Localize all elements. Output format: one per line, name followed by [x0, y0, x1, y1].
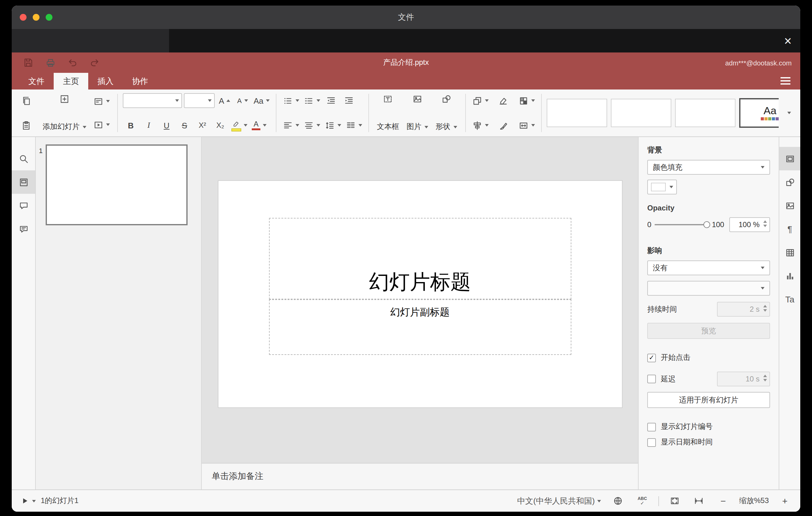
shape-settings-button[interactable] — [779, 170, 800, 194]
slides-panel-button[interactable] — [12, 170, 35, 194]
insert-image-button[interactable]: 图片 — [404, 93, 431, 133]
zoom-out-button[interactable]: − — [715, 493, 731, 508]
underline-button[interactable]: U — [158, 118, 175, 133]
copy-button[interactable] — [18, 93, 34, 108]
italic-button[interactable]: I — [141, 118, 157, 133]
superscript-button[interactable]: X² — [194, 118, 210, 133]
theme-tile[interactable] — [547, 99, 607, 127]
image-settings-button[interactable] — [779, 194, 800, 217]
font-name-combo[interactable] — [123, 93, 182, 108]
bullets-button[interactable] — [281, 93, 300, 108]
change-case-button[interactable]: Aa — [252, 93, 271, 108]
theme-gallery-expand-button[interactable] — [782, 92, 795, 134]
tab-home[interactable]: 主页 — [54, 73, 88, 89]
set-language-button[interactable] — [610, 493, 626, 508]
start-slideshow-button[interactable] — [92, 117, 111, 132]
delay-checkbox[interactable] — [647, 375, 656, 383]
increase-indent-button[interactable] — [341, 93, 357, 108]
font-color-button[interactable]: A — [251, 118, 268, 133]
background-fill-select[interactable]: 颜色填充 — [647, 160, 770, 175]
theme-tile[interactable] — [675, 99, 735, 127]
slide-canvas[interactable]: 幻灯片标题 幻灯片副标题 — [202, 137, 638, 463]
clipboard-group — [17, 92, 35, 134]
start-slideshow-status-button[interactable] — [19, 493, 37, 508]
preview-button[interactable]: 预览 — [647, 323, 770, 339]
duration-input[interactable]: 2 s — [717, 302, 770, 317]
opacity-slider[interactable] — [654, 224, 709, 225]
show-slide-number-checkbox[interactable] — [647, 423, 656, 431]
strikethrough-button[interactable]: S — [176, 118, 193, 133]
delay-spinner[interactable] — [763, 375, 767, 381]
zoom-out-icon: − — [719, 496, 727, 506]
minimize-traffic-light[interactable] — [33, 14, 39, 21]
zoom-in-button[interactable]: + — [777, 493, 793, 508]
title-placeholder[interactable]: 幻灯片标题 — [269, 218, 571, 299]
align-shape-button[interactable] — [471, 118, 490, 133]
redo-button[interactable] — [87, 55, 102, 70]
subtitle-placeholder[interactable]: 幻灯片副标题 — [269, 299, 571, 355]
tab-collaboration[interactable]: 协作 — [123, 73, 157, 89]
slide-size-button[interactable] — [517, 118, 536, 133]
textart-settings-button[interactable]: Ta — [779, 288, 800, 311]
print-button[interactable] — [42, 55, 57, 70]
paste-button[interactable] — [18, 118, 34, 133]
add-slide-button[interactable]: 添加幻灯片 — [39, 93, 89, 133]
duration-spinner[interactable] — [763, 305, 767, 312]
status-bar: 1的幻灯片1 中文(中华人民共和国) ABC ✓ − — [12, 489, 800, 512]
zoom-level[interactable]: 缩放%53 — [739, 496, 769, 506]
delay-input[interactable]: 10 s — [717, 372, 770, 386]
notes-area[interactable]: 单击添加备注 — [202, 463, 638, 489]
language-button[interactable]: 中文(中华人民共和国) — [516, 493, 602, 508]
clear-style-button[interactable] — [495, 93, 512, 108]
copy-style-button[interactable] — [495, 118, 512, 133]
arrange-shape-button[interactable] — [471, 93, 490, 108]
effect-type-select[interactable] — [647, 281, 770, 296]
paragraph-settings-button[interactable]: ¶ — [779, 217, 800, 241]
horizontal-align-button[interactable] — [281, 118, 300, 133]
slide-layout-button[interactable] — [92, 94, 111, 109]
apply-to-all-button[interactable]: 适用于所有幻灯片 — [647, 392, 770, 408]
highlight-color-button[interactable] — [230, 118, 249, 133]
increase-font-button[interactable]: A — [216, 93, 233, 108]
bold-button[interactable]: B — [123, 118, 139, 133]
chart-settings-button[interactable] — [779, 264, 800, 288]
close-icon[interactable]: × — [784, 34, 792, 47]
fit-slide-button[interactable] — [667, 493, 683, 508]
insert-shape-button[interactable]: 形状 — [433, 93, 460, 133]
table-settings-button[interactable] — [779, 241, 800, 264]
save-button[interactable] — [20, 55, 35, 70]
insert-textbox-button[interactable]: 文本框 — [374, 93, 402, 133]
fullscreen-traffic-light[interactable] — [46, 14, 53, 21]
show-date-time-checkbox[interactable] — [647, 438, 656, 447]
background-color-select[interactable] — [647, 180, 677, 194]
effect-select[interactable]: 没有 — [647, 260, 770, 275]
subscript-button[interactable]: X₂ — [212, 118, 228, 133]
spellcheck-button[interactable]: ABC ✓ — [634, 493, 650, 508]
opacity-spinner[interactable] — [763, 220, 767, 227]
opacity-input[interactable]: 100 % — [729, 217, 770, 232]
decrease-indent-button[interactable] — [323, 93, 339, 108]
slide-thumbnail[interactable] — [46, 144, 187, 225]
line-spacing-button[interactable] — [323, 118, 343, 133]
numbering-button[interactable] — [302, 93, 321, 108]
search-button[interactable] — [12, 147, 35, 170]
start-on-click-checkbox[interactable]: ✓ — [647, 353, 656, 362]
slide-page[interactable]: 幻灯片标题 幻灯片副标题 — [218, 180, 622, 408]
shape-fill-button[interactable] — [517, 93, 536, 108]
feedback-button[interactable] — [12, 217, 35, 241]
comments-button[interactable] — [12, 194, 35, 217]
close-traffic-light[interactable] — [20, 14, 27, 21]
theme-tile[interactable] — [611, 99, 671, 127]
tab-file[interactable]: 文件 — [19, 73, 54, 89]
slide-settings-button[interactable] — [779, 147, 800, 170]
font-size-combo[interactable] — [184, 93, 215, 108]
columns-button[interactable] — [344, 118, 364, 133]
vertical-align-button[interactable] — [302, 118, 321, 133]
menu-button[interactable] — [781, 77, 790, 85]
tab-insert[interactable]: 插入 — [88, 73, 123, 89]
opacity-slider-knob[interactable] — [703, 221, 710, 228]
fit-width-button[interactable] — [691, 493, 707, 508]
theme-tile-selected[interactable]: Aa — [739, 98, 779, 128]
undo-button[interactable] — [65, 55, 80, 70]
decrease-font-button[interactable]: A — [234, 93, 251, 108]
